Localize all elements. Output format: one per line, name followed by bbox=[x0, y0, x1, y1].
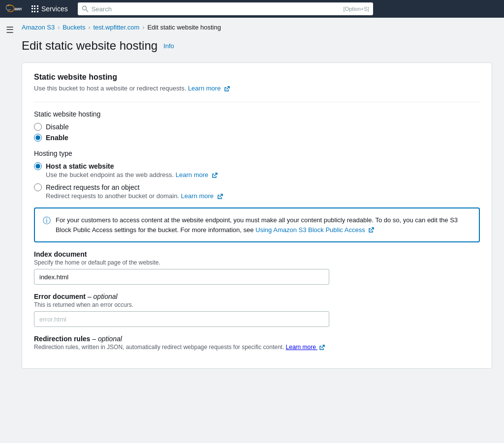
external-link-icon-4 bbox=[368, 227, 374, 233]
external-link-icon-3 bbox=[217, 194, 223, 200]
external-link-icon-2 bbox=[212, 173, 218, 178]
hamburger-icon[interactable]: ☰ bbox=[6, 26, 16, 34]
static-hosting-section-label: Static website hosting bbox=[34, 110, 480, 118]
search-input[interactable] bbox=[92, 5, 341, 13]
external-link-icon-5 bbox=[319, 345, 325, 351]
redirect-desc: Redirect requests to another bucket or d… bbox=[46, 192, 480, 200]
sidebar-toggle: ☰ bbox=[0, 18, 22, 398]
card-learn-more-link[interactable]: Learn more bbox=[188, 85, 230, 92]
index-doc-desc: Specify the home or default page of the … bbox=[34, 259, 480, 266]
svg-point-1 bbox=[82, 6, 86, 10]
radio-enable-input[interactable] bbox=[34, 134, 42, 142]
card-desc-text: Use this bucket to host a website or red… bbox=[34, 85, 186, 92]
redirection-rules-label: Redirection rules – optional bbox=[34, 335, 480, 343]
index-doc-input[interactable] bbox=[34, 269, 329, 285]
card-title: Static website hosting bbox=[34, 73, 480, 82]
radio-enable-label: Enable bbox=[46, 134, 68, 142]
breadcrumb-current: Edit static website hosting bbox=[147, 24, 221, 31]
static-hosting-radio-group: Disable Enable bbox=[34, 123, 480, 142]
search-bar[interactable]: [Option+S] bbox=[78, 2, 373, 15]
page-title-row: Edit static website hosting Info bbox=[22, 39, 492, 53]
radio-disable[interactable]: Disable bbox=[34, 123, 480, 131]
main-content: Amazon S3 › Buckets › test.wpfitter.com … bbox=[22, 18, 504, 398]
external-link-icon bbox=[224, 86, 230, 92]
info-box: ⓘ For your customers to access content a… bbox=[34, 207, 480, 242]
redirect-learn-more[interactable]: Learn more bbox=[181, 192, 223, 200]
radio-host-static[interactable]: Host a static website bbox=[34, 162, 480, 170]
radio-redirect-label: Redirect requests for an object bbox=[46, 183, 140, 191]
error-doc-desc: This is returned when an error occurs. bbox=[34, 301, 480, 308]
info-link[interactable]: Info bbox=[163, 42, 174, 50]
block-public-access-link[interactable]: Using Amazon S3 Block Public Access bbox=[255, 226, 374, 234]
redirection-rules-learn-more[interactable]: Learn more bbox=[286, 344, 325, 351]
redirection-rules-group: Redirection rules – optional Redirection… bbox=[34, 335, 480, 351]
services-button[interactable]: Services bbox=[28, 0, 72, 18]
error-doc-label: Error document – optional bbox=[34, 293, 480, 300]
radio-host-static-input[interactable] bbox=[34, 162, 42, 170]
info-circle-icon: ⓘ bbox=[43, 216, 51, 235]
breadcrumb-sep-3: › bbox=[142, 24, 144, 31]
index-doc-label: Index document bbox=[34, 250, 480, 258]
breadcrumb-sep-2: › bbox=[88, 24, 90, 31]
radio-redirect[interactable]: Redirect requests for an object bbox=[34, 183, 480, 191]
error-doc-input[interactable] bbox=[34, 311, 329, 327]
svg-line-2 bbox=[86, 10, 88, 12]
radio-enable[interactable]: Enable bbox=[34, 134, 480, 142]
svg-text:aws: aws bbox=[15, 6, 22, 11]
redirect-option: Redirect requests for an object Redirect… bbox=[34, 183, 480, 200]
host-static-desc: Use the bucket endpoint as the web addre… bbox=[46, 171, 480, 178]
hosting-type-section: Hosting type Host a static website Use t… bbox=[34, 149, 480, 200]
top-navigation: aws Services [Option+S] bbox=[0, 0, 504, 18]
info-box-text: For your customers to access content at … bbox=[56, 215, 471, 235]
redirection-rules-desc: Redirection rules, written in JSON, auto… bbox=[34, 344, 480, 351]
breadcrumb-bucket-name[interactable]: test.wpfitter.com bbox=[93, 24, 139, 31]
main-card: Static website hosting Use this bucket t… bbox=[22, 62, 492, 369]
search-shortcut: [Option+S] bbox=[343, 6, 369, 12]
error-doc-group: Error document – optional This is return… bbox=[34, 293, 480, 327]
breadcrumb-buckets[interactable]: Buckets bbox=[63, 24, 85, 31]
card-desc: Use this bucket to host a website or red… bbox=[34, 85, 480, 92]
services-label: Services bbox=[41, 5, 68, 13]
radio-host-static-label: Host a static website bbox=[46, 162, 114, 170]
aws-logo[interactable]: aws bbox=[6, 4, 22, 14]
divider-1 bbox=[34, 102, 480, 102]
radio-redirect-input[interactable] bbox=[34, 183, 42, 191]
page-title: Edit static website hosting bbox=[22, 39, 158, 53]
breadcrumb-amazon-s3[interactable]: Amazon S3 bbox=[22, 24, 55, 31]
host-static-learn-more[interactable]: Learn more bbox=[176, 171, 218, 178]
breadcrumb-sep-1: › bbox=[58, 24, 60, 31]
breadcrumb: Amazon S3 › Buckets › test.wpfitter.com … bbox=[22, 24, 492, 31]
hosting-type-label: Hosting type bbox=[34, 149, 480, 157]
search-icon bbox=[82, 5, 89, 12]
index-doc-group: Index document Specify the home or defau… bbox=[34, 250, 480, 285]
radio-disable-input[interactable] bbox=[34, 123, 42, 131]
radio-disable-label: Disable bbox=[46, 123, 69, 131]
grid-icon bbox=[32, 5, 38, 12]
host-static-option: Host a static website Use the bucket end… bbox=[34, 162, 480, 178]
